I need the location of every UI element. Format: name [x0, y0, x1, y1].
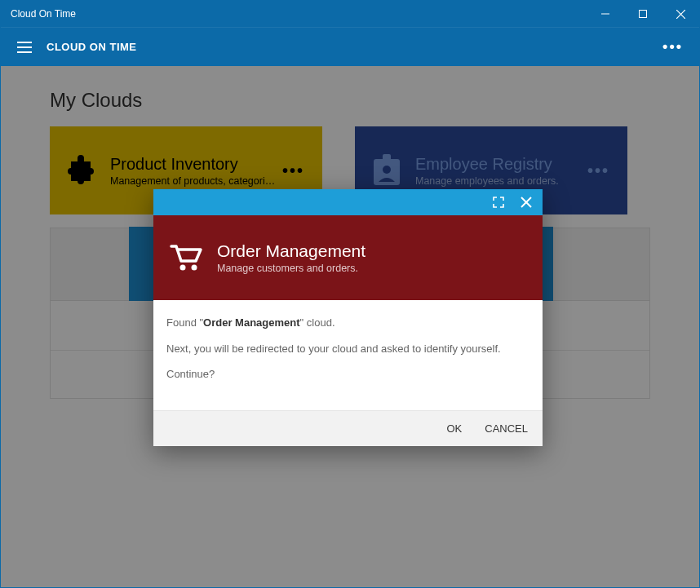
window-maximize-button[interactable]	[624, 1, 662, 27]
cancel-button[interactable]: CANCEL	[485, 422, 528, 435]
header-more-button[interactable]: •••	[658, 35, 688, 59]
window-title: Cloud On Time	[11, 8, 76, 20]
dialog-message-line2: Next, you will be redirected to your clo…	[166, 341, 529, 357]
window-titlebar: Cloud On Time	[1, 1, 699, 27]
confirm-dialog: Order Management Manage customers and or…	[153, 189, 543, 446]
window-close-button[interactable]	[662, 1, 699, 27]
dialog-close-button[interactable]	[515, 191, 538, 214]
svg-point-13	[192, 265, 197, 271]
dialog-header: Order Management Manage customers and or…	[153, 215, 543, 300]
dialog-subtitle: Manage customers and orders.	[217, 263, 366, 274]
ok-button[interactable]: OK	[446, 422, 462, 435]
dialog-expand-button[interactable]	[487, 191, 510, 214]
dialog-footer: OK CANCEL	[153, 410, 543, 446]
dialog-title: Order Management	[217, 241, 366, 261]
svg-point-12	[180, 265, 186, 271]
dialog-topbar	[153, 189, 543, 215]
app-title: CLOUD ON TIME	[47, 41, 137, 53]
cart-icon	[168, 240, 204, 276]
dialog-body: Found "Order Management" cloud. Next, yo…	[153, 300, 543, 410]
svg-rect-1	[640, 11, 647, 18]
hamburger-menu-button[interactable]	[12, 35, 37, 60]
window-minimize-button[interactable]	[587, 1, 624, 27]
dialog-message-line1: Found "Order Management" cloud.	[166, 315, 529, 331]
dialog-message-line3: Continue?	[166, 366, 529, 382]
app-header: CLOUD ON TIME •••	[1, 27, 699, 66]
